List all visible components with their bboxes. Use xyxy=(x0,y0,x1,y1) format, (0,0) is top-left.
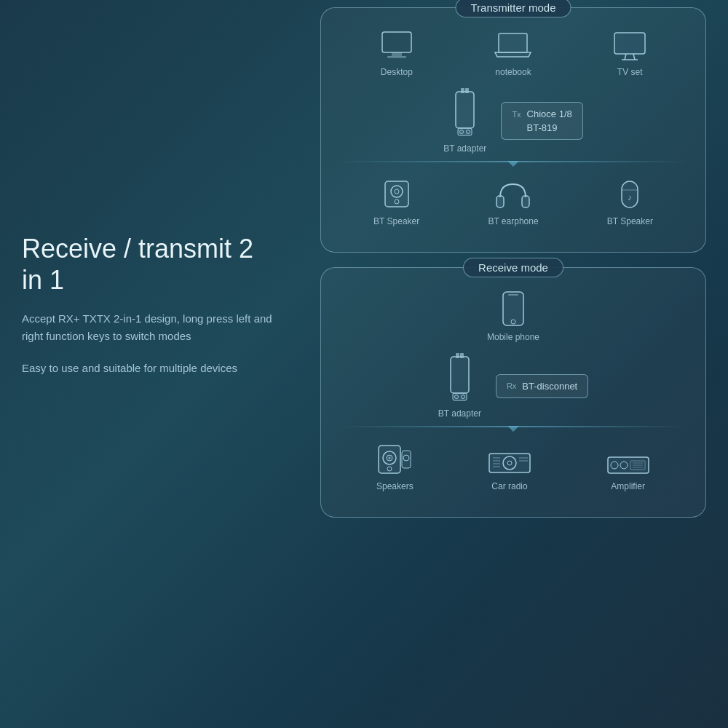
transmitter-adapter-row: BT adapter Tx Chioce 1/8 BT-819 xyxy=(339,88,687,154)
svg-rect-21 xyxy=(522,196,529,207)
device-car-radio-label: Car radio xyxy=(491,481,527,491)
svg-line-8 xyxy=(633,54,635,60)
rx-prefix: Rx xyxy=(507,381,516,390)
svg-rect-25 xyxy=(503,292,523,325)
transmitter-mode-label: Transmitter mode xyxy=(456,0,571,17)
receiver-mode-label: Receive mode xyxy=(463,258,563,277)
svg-rect-1 xyxy=(392,52,402,56)
device-mobile: Mobile phone xyxy=(487,290,539,342)
transmitter-info-box: Tx Chioce 1/8 BT-819 xyxy=(501,102,582,140)
transmitter-divider xyxy=(339,161,687,162)
svg-line-7 xyxy=(625,54,626,60)
receiver-output-devices: Speakers Car radio xyxy=(339,442,687,491)
right-panel: Transmitter mode Desktop notebook xyxy=(320,7,706,532)
svg-rect-6 xyxy=(614,33,645,54)
svg-rect-32 xyxy=(456,353,459,358)
svg-point-37 xyxy=(389,457,391,459)
description-2: Easy to use and suitable for multiple de… xyxy=(22,360,277,377)
rx-info-text: BT-disconnet xyxy=(522,381,577,392)
device-bt-speaker-1: BT Speaker xyxy=(373,177,419,226)
device-notebook: notebook xyxy=(493,30,533,77)
main-title: Receive / transmit 2 in 1 xyxy=(22,233,277,296)
transmitter-adapter: BT adapter xyxy=(443,88,486,154)
transmitter-source-devices: Desktop notebook T xyxy=(339,30,687,77)
receiver-adapter-row: BT adapter Rx BT-disconnet xyxy=(339,353,687,419)
svg-rect-10 xyxy=(456,92,474,128)
tx-model2: BT-819 xyxy=(512,122,571,133)
device-tv-label: TV set xyxy=(617,67,643,77)
svg-rect-4 xyxy=(499,33,527,52)
receiver-mode-box: Receive mode Mobile phone xyxy=(320,267,706,518)
svg-rect-11 xyxy=(461,88,464,93)
device-desktop-label: Desktop xyxy=(381,67,413,77)
svg-rect-26 xyxy=(508,294,518,296)
device-bt-speaker-2-label: BT Speaker xyxy=(607,216,653,226)
transmitter-output-devices: BT Speaker BT earphone ♪ BT Speaker xyxy=(339,177,687,226)
svg-rect-12 xyxy=(465,88,469,93)
receiver-divider xyxy=(339,426,687,427)
device-bt-earphone: BT earphone xyxy=(488,177,538,226)
receiver-info-box: Rx BT-disconnet xyxy=(496,374,588,398)
receiver-source-devices: Mobile phone xyxy=(339,290,687,342)
svg-rect-20 xyxy=(496,196,504,207)
receiver-adapter-label: BT adapter xyxy=(438,408,481,419)
svg-rect-0 xyxy=(382,32,411,52)
receiver-adapter: BT adapter xyxy=(438,353,481,419)
svg-rect-28 xyxy=(451,357,469,393)
device-bt-speaker-2: ♪ BT Speaker xyxy=(607,177,653,226)
device-bt-speaker-1-label: BT Speaker xyxy=(373,216,419,226)
tx-model: Chioce 1/8 xyxy=(527,108,572,119)
device-desktop: Desktop xyxy=(379,30,415,77)
device-car-radio: Car radio xyxy=(487,449,532,491)
description-1: Accept RX+ TXTX 2-in-1 design, long pres… xyxy=(22,310,277,345)
left-panel: Receive / transmit 2 in 1 Accept RX+ TXT… xyxy=(22,233,277,392)
device-amplifier-label: Amplifier xyxy=(611,481,645,491)
transmitter-mode-box: Transmitter mode Desktop notebook xyxy=(320,7,706,253)
transmitter-adapter-label: BT adapter xyxy=(443,143,486,154)
svg-text:♪: ♪ xyxy=(628,193,633,202)
svg-rect-33 xyxy=(460,353,464,358)
device-notebook-label: notebook xyxy=(495,67,531,77)
tx-prefix: Tx xyxy=(512,110,521,119)
device-speakers: Speakers xyxy=(376,442,414,491)
device-amplifier: Amplifier xyxy=(606,454,651,491)
svg-rect-2 xyxy=(387,56,406,58)
device-bt-earphone-label: BT earphone xyxy=(488,216,538,226)
svg-rect-39 xyxy=(402,451,411,468)
device-tv: TV set xyxy=(612,30,648,77)
device-mobile-label: Mobile phone xyxy=(487,332,539,342)
device-speakers-label: Speakers xyxy=(376,481,414,491)
